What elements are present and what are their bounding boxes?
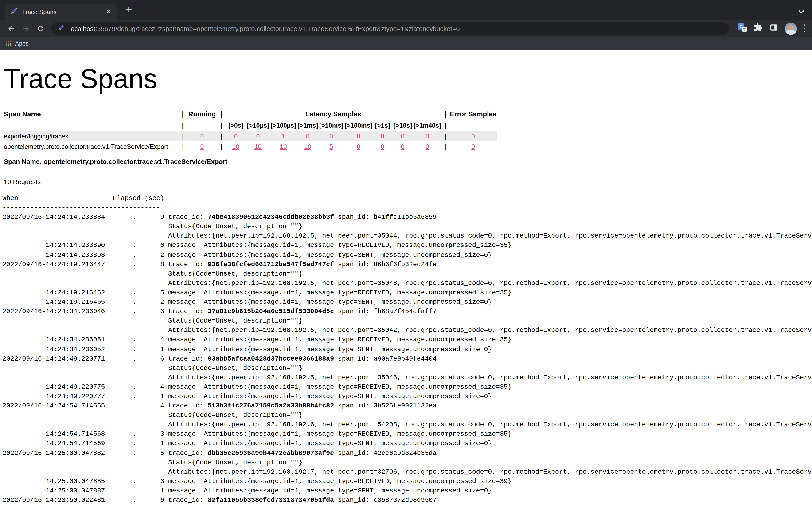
span-summary-row: exporter/logging/traces|0|001000000|0 (4, 131, 497, 141)
bookmarks-bar: Apps (0, 37, 812, 50)
browser-menu-kebab-icon[interactable] (803, 22, 805, 35)
running-count-link[interactable]: 0 (200, 133, 204, 139)
table-cell: 0 (413, 141, 441, 152)
latency-count-link[interactable]: 0 (234, 133, 238, 139)
apps-label: Apps (15, 40, 29, 47)
latency-summary-table: Span Name|Running|Latency Samples|Error … (4, 108, 497, 152)
bucket-label: [>100µs] (270, 120, 297, 131)
table-cell: 10 (270, 141, 297, 152)
span-name-cell: exporter/logging/traces (4, 131, 179, 141)
new-tab-button[interactable]: + (122, 3, 135, 16)
latency-count-link[interactable]: 0 (401, 133, 404, 139)
column-separator: | (179, 141, 187, 152)
table-cell: 0 (373, 131, 392, 141)
latency-count-link[interactable]: 0 (256, 133, 260, 139)
empty-cell (4, 120, 179, 131)
table-cell: 10 (297, 141, 319, 152)
profile-avatar[interactable] (784, 22, 797, 35)
tab-search-chevron-icon[interactable] (798, 7, 805, 15)
latency-count-link[interactable]: 5 (329, 143, 333, 150)
error-count-link[interactable]: 0 (471, 143, 475, 150)
column-separator: | (179, 108, 187, 120)
url-favicon-telescope-icon (58, 24, 65, 33)
latency-count-link[interactable]: 0 (425, 143, 429, 150)
bucket-label: [>0s] (225, 120, 246, 131)
page-title: Trace Spans (4, 63, 812, 94)
browser-toolbar: localhost:55679/debug/tracez?zspanname=o… (0, 20, 812, 37)
browser-tab-trace-spans[interactable]: Trace Spans × (5, 4, 116, 20)
latency-count-link[interactable]: 10 (254, 143, 261, 150)
column-separator: | (179, 120, 187, 131)
bucket-label: [>1m40s] (413, 120, 441, 131)
trace-id-value: 37a81c9b615b204a6e515df533004d5c (208, 307, 334, 315)
table-cell: 0 (187, 141, 217, 152)
tab-favicon-telescope-icon (10, 7, 18, 16)
latency-count-link[interactable]: 0 (425, 133, 429, 139)
back-button[interactable] (5, 22, 17, 35)
url-text: localhost:55679/debug/tracez?zspanname=o… (69, 25, 460, 32)
address-bar[interactable]: localhost:55679/debug/tracez?zspanname=o… (51, 22, 728, 35)
trace-id-value: 82fa11055b338efcd733187347651fda (208, 496, 334, 504)
table-cell: 0 (344, 141, 373, 152)
forward-button[interactable] (20, 22, 32, 35)
column-separator: | (217, 131, 225, 141)
column-separator: | (179, 131, 187, 141)
requests-log: When Elapsed (sec) ---------------------… (2, 193, 812, 507)
bookmarks-apps-item[interactable]: Apps (6, 40, 29, 47)
bucket-label: [>1ms] (297, 120, 319, 131)
tab-title: Trace Spans (22, 8, 104, 15)
latency-count-link[interactable]: 0 (329, 133, 333, 139)
latency-count-link[interactable]: 0 (357, 133, 360, 139)
tracez-page: Trace Spans Span Name|Running|Latency Sa… (0, 50, 812, 507)
side-panel-icon[interactable] (769, 23, 778, 34)
bucket-label: [>100ms] (344, 120, 373, 131)
latency-count-link[interactable]: 0 (380, 133, 384, 139)
running-count-link[interactable]: 0 (200, 143, 204, 150)
tab-close-icon[interactable]: × (104, 7, 113, 16)
latency-buckets-row: ||[>0s][>10µs][>100µs][>1ms][>10ms][>100… (4, 120, 497, 131)
column-separator: | (441, 131, 450, 141)
table-cell: 5 (319, 141, 344, 152)
column-separator: | (441, 141, 450, 152)
svg-text:文: 文 (743, 27, 746, 31)
table-cell: 0 (246, 131, 270, 141)
span-name-cell: opentelemetry.proto.collector.trace.v1.T… (4, 141, 179, 152)
column-separator: | (441, 108, 450, 120)
toolbar-extensions-area: G 文 (734, 22, 808, 35)
reload-button[interactable] (35, 22, 47, 35)
extensions-puzzle-icon[interactable] (754, 23, 762, 34)
latency-count-link[interactable]: 10 (304, 143, 311, 150)
latency-count-link[interactable]: 0 (306, 133, 309, 139)
bucket-label: [>10ms] (319, 120, 344, 131)
table-cell: 0 (225, 131, 246, 141)
trace-id-value: dbb35e25936a90b4472cabb89073af9e (208, 449, 334, 457)
latency-count-link[interactable]: 0 (380, 143, 384, 150)
table-cell: 0 (392, 131, 413, 141)
latency-count-link[interactable]: 0 (357, 143, 360, 150)
requests-count: 10 Requests (4, 178, 812, 185)
trace-id-value: 513b3f1c276a7159c5a2a33b88b4fc82 (208, 402, 334, 409)
table-cell: 1 (270, 131, 297, 141)
col-error-samples: Error Samples (450, 108, 497, 120)
url-host: localhost (69, 25, 95, 32)
table-cell: 0 (450, 141, 497, 152)
empty-cell (450, 120, 497, 131)
trace-id-value: 936fa38fcfed661712ba547f5ed747cf (208, 260, 334, 268)
column-separator: | (217, 120, 225, 131)
table-cell: 0 (373, 141, 392, 152)
bucket-label: [>1s] (373, 120, 392, 131)
url-path: :55679/debug/tracez?zspanname=openteleme… (95, 25, 460, 32)
selected-span-name: Span Name: opentelemetry.proto.collector… (4, 158, 812, 165)
summary-header-row: Span Name|Running|Latency Samples|Error … (4, 108, 497, 120)
latency-count-link[interactable]: 10 (280, 143, 287, 150)
latency-count-link[interactable]: 0 (401, 143, 404, 150)
latency-count-link[interactable]: 10 (233, 143, 240, 150)
bucket-label: [>10s] (392, 120, 413, 131)
translate-icon[interactable]: G 文 (738, 23, 747, 34)
table-cell: 0 (413, 131, 441, 141)
column-separator: | (441, 120, 450, 131)
col-latency-samples: Latency Samples (225, 108, 441, 120)
latency-count-link[interactable]: 1 (282, 133, 285, 139)
error-count-link[interactable]: 0 (471, 133, 475, 139)
column-separator: | (217, 108, 225, 120)
